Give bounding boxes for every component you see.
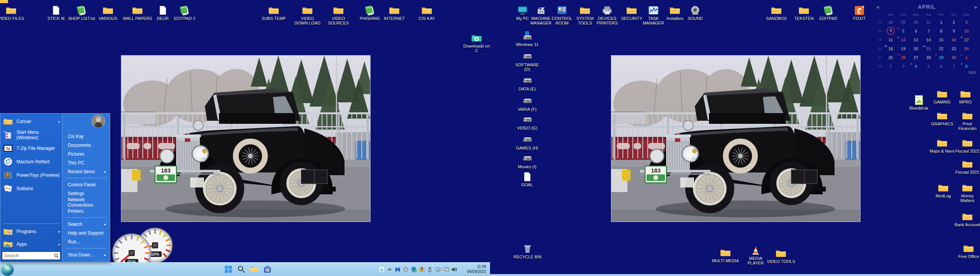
tray-security-shield-icon[interactable]: [410, 266, 417, 273]
start-menu-item-corsair[interactable]: Corsair▸: [0, 115, 62, 128]
taskbar-clock[interactable]: 11:08 04/04/2022: [456, 264, 486, 274]
desktop-icon-maps-navs[interactable]: Maps & Navs: [925, 137, 959, 153]
desktop-icon-multi-media[interactable]: MULTI MEDIA: [708, 247, 743, 263]
desktop-icon-subs-temp[interactable]: SUBS TEMP: [259, 5, 288, 21]
calendar-day: 1: [935, 20, 947, 25]
folder-icon: [626, 5, 637, 15]
desktop-icon-security[interactable]: SECURITY: [618, 5, 645, 21]
desktop-icon-video-g-[interactable]: VIDEO (G): [514, 114, 541, 130]
start-menu-item-shut-down-[interactable]: Shut Down...▸: [62, 250, 110, 259]
desktop-icon-cis-kay[interactable]: CIS KAY: [412, 5, 441, 21]
desktop-icon-system-tools[interactable]: SYSTEM TOOLS: [573, 5, 596, 26]
user-avatar[interactable]: [62, 113, 110, 132]
desktop-icon-recycle-bin[interactable]: ♻RECYCLE BIN: [513, 243, 542, 259]
desktop-icon-bank-account[interactable]: Bank Account: [950, 211, 980, 227]
start-menu-item-printers[interactable]: Printers: [62, 207, 110, 215]
desktop-icon-control-room[interactable]: CONTROL ROOM: [550, 5, 573, 26]
start-menu-item-powertoys-preview-[interactable]: PowerToys (Preview): [0, 168, 62, 182]
desktop-icon-shop-list-txt[interactable]: LITESHOP LIST.txt: [67, 5, 96, 21]
desktop-icon-video-files[interactable]: VIDEO FILES: [0, 5, 26, 21]
desktop-icon-sound[interactable]: SOUND: [683, 5, 707, 21]
start-menu-search-box[interactable]: [2, 251, 60, 260]
license-plate: 183: [155, 166, 176, 183]
calendar-prev-arrow-icon[interactable]: ◀: [876, 5, 879, 10]
tray-display-settings-icon[interactable]: [434, 266, 441, 273]
start-menu-item-control-panel[interactable]: Control Panel: [62, 180, 110, 189]
submenu-arrow-icon: ▸: [104, 170, 106, 174]
desktop-icon-various[interactable]: VARIOUS: [93, 5, 122, 21]
desktop-icon-data-e-[interactable]: DATA (E): [514, 75, 541, 91]
start-menu-item-search[interactable]: Search▸: [62, 220, 110, 228]
desktop-icon-free-office[interactable]: Free Office: [953, 243, 980, 259]
desktop-icon-partial[interactable]: [0, 0, 18, 5]
desktop-icon-editpad[interactable]: LITEEDITPAD: [815, 5, 842, 21]
clock-date: 04/04/2022: [456, 269, 486, 274]
start-menu-item-network-connections[interactable]: Network Connections: [62, 198, 110, 207]
desktop-icon-sandbox[interactable]: SANDBOX: [763, 5, 790, 21]
tray-recycle-tray-icon[interactable]: ♻: [378, 266, 385, 273]
desktop-icon-fiscaal-2022[interactable]: Fiscaal 2022: [955, 137, 980, 153]
desktop-icon-video-down-load[interactable]: VIDEO DOWN LOAD: [294, 5, 321, 26]
desktop-icon-machine-manager[interactable]: MACHINE MANAGER: [529, 5, 552, 26]
start-menu-item-documents[interactable]: Documents: [62, 141, 110, 150]
desktop-icon-fiscaal-2021[interactable]: Fiscaal 2021: [955, 158, 980, 174]
tray-chevron-up-icon[interactable]: [386, 266, 393, 273]
desktop-icon-bloeddruk[interactable]: Bloeddruk: [905, 94, 932, 110]
tray-anydesk-icon[interactable]: [402, 266, 409, 273]
desktop-icon-editpad-2[interactable]: LITEEDITPAD 2: [170, 5, 199, 21]
calendar-day: 7: [922, 29, 935, 33]
desktop-icon-software-d-[interactable]: SOFTWARE (D): [515, 51, 539, 72]
start-menu-item-programs[interactable]: Programs▸: [0, 225, 62, 238]
start-menu-item-help-and-support[interactable]: Help and Support: [62, 228, 110, 237]
desktop-icon-video-sources[interactable]: VIDEO SOURCES: [327, 5, 350, 26]
start-menu-item-apps[interactable]: Apps▸: [0, 238, 62, 250]
folder-icon: [0, 0, 9, 5]
calendar-week-row: 16✱181920♣♣21222324: [875, 44, 978, 53]
start-menu-item-cis-kay[interactable]: Cis Kay: [62, 132, 110, 141]
desktop-icon-medlog[interactable]: MedLog: [931, 182, 956, 198]
search-input[interactable]: [3, 253, 54, 259]
desktop-icon-downloads-on-c[interactable]: Downloads on C: [463, 32, 490, 53]
desktop-icon-varia-f-[interactable]: VARIA (F): [514, 95, 541, 112]
desktop-icon-money-matters[interactable]: Money Matters: [957, 182, 978, 203]
desktop-icon-priv-financi-n[interactable]: Privé Financiën: [956, 110, 979, 131]
desktop-icon-teksten[interactable]: TEKSTEN: [790, 5, 818, 21]
week-number: 18: [875, 64, 884, 68]
desktop-icon-stick-m[interactable]: STICK M: [41, 5, 70, 21]
desktop-icon-gaming[interactable]: GAMING: [930, 88, 954, 104]
start-orb-button[interactable]: [1, 263, 14, 276]
desktop-icon-devices-printers[interactable]: DEVICES PRINTERS: [595, 5, 619, 26]
start-menu-item-run-[interactable]: Run...: [62, 237, 110, 246]
drive-icon: [521, 135, 533, 145]
desktop-icon-mpro[interactable]: MPRO: [954, 88, 977, 104]
tray-dual-monitor-icon[interactable]: [443, 266, 449, 273]
desktop-icon-windows-11[interactable]: Windows 11: [513, 31, 541, 47]
start-menu-item-recent-items[interactable]: Recent Items▸: [62, 167, 110, 176]
start-menu-item-7-zip-file-manager[interactable]: 7z7-Zip File Manager: [0, 141, 62, 155]
start-menu-item-macrium-reflect[interactable]: Macrium Reflect: [0, 155, 62, 168]
taskbar-microsoft-store-button[interactable]: [263, 264, 272, 274]
taskbar-file-explorer-button[interactable]: [250, 264, 259, 274]
start-menu-item-solitaire[interactable]: ♦♠Solitaire: [0, 182, 62, 195]
taskbar-search-button[interactable]: [237, 264, 246, 274]
folder-icon: [333, 5, 344, 15]
calendar-next-arrow-icon[interactable]: ▶: [975, 5, 978, 10]
tray-usb-device-icon[interactable]: [426, 266, 433, 273]
desktop-icon-games-h-[interactable]: GAMES (H): [514, 134, 541, 150]
desktop-icon-graphics[interactable]: GRAPHICS: [929, 110, 956, 126]
folder-icon: [579, 5, 591, 15]
calendar-day: 23: [947, 46, 960, 51]
desktop-icon-video-tools[interactable]: VIDEO TOOLS: [763, 248, 799, 264]
start-menu-item-start-menu-windows-[interactable]: StartStart Menu (Windows): [0, 128, 62, 141]
tray-bug-icon[interactable]: [418, 266, 425, 273]
desktop-icon-movies-i-[interactable]: Movies (I): [514, 153, 541, 169]
tray-malwarebytes-icon[interactable]: [394, 266, 401, 273]
desktop-icon-foxit[interactable]: PDFFOXIT: [847, 5, 872, 21]
desktop-icon-label: STICK M: [47, 16, 65, 21]
desktop: 183 183 VIDEO FILESSTICK MLITESHOP LIST.…: [0, 0, 980, 276]
taskbar-windows-start-button[interactable]: [224, 264, 233, 274]
start-menu-item-this-pc[interactable]: This PC: [62, 158, 110, 167]
desktop-icon-internet[interactable]: INTERNET: [380, 5, 409, 21]
desktop-icon-goal[interactable]: GOAL: [514, 171, 541, 187]
start-menu-item-pictures[interactable]: Pictures: [62, 150, 110, 158]
